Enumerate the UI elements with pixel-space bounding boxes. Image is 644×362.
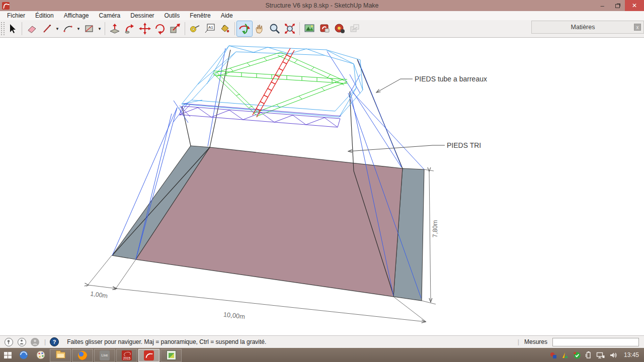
toolbar-separator — [105, 22, 105, 35]
rectangle-tool-dropdown[interactable]: ▼ — [97, 27, 103, 31]
taskbar-app-solidworks[interactable]: 2015 — [116, 349, 137, 362]
menu-affichage[interactable]: Affichage — [59, 11, 94, 20]
get-models-button[interactable] — [302, 21, 317, 36]
orbit-tool-button[interactable] — [237, 21, 252, 36]
toolbar-separator — [185, 22, 185, 35]
pan-tool-button[interactable] — [252, 21, 267, 36]
text-tool-button[interactable]: A1 — [202, 21, 217, 36]
tape-measure-tool-button[interactable] — [187, 21, 202, 36]
send-to-layout-button[interactable] — [347, 21, 362, 36]
credits-icon[interactable] — [18, 338, 26, 346]
layout-icon — [348, 22, 361, 35]
materials-panel-title: Matières — [532, 24, 634, 31]
solidworks-icon: 2015 — [122, 350, 132, 360]
extension-warehouse-icon — [333, 22, 346, 35]
eraser-tool-button[interactable] — [24, 21, 39, 36]
tape-measure-icon — [188, 22, 201, 35]
start-button[interactable] — [0, 348, 15, 362]
line-tool-button[interactable] — [39, 21, 54, 36]
eraser-icon — [26, 23, 38, 35]
annotation-pieds-tri: PIEDS TRI — [447, 141, 481, 149]
3d-viewport[interactable]: 7,80m 1,00m 10,00m PIEDS tube a barreaux… — [0, 38, 644, 335]
menu-fenetre[interactable]: Fenêtre — [185, 11, 215, 20]
measurements-input[interactable] — [552, 338, 639, 346]
pencil-icon — [41, 23, 53, 35]
dim-width-label: 10,00m — [223, 311, 246, 320]
followme-icon — [123, 22, 136, 35]
followme-tool-button[interactable] — [122, 21, 137, 36]
taskbar-clock[interactable]: 13:45 — [624, 351, 639, 358]
menu-bar: Fichier Édition Affichage Caméra Dessine… — [0, 11, 644, 20]
blue-swirl-icon — [19, 350, 28, 359]
materials-close-button[interactable]: x — [634, 24, 641, 31]
tray-app-icon[interactable] — [550, 351, 557, 359]
minimize-button[interactable]: – — [595, 0, 610, 11]
zoom-tool-button[interactable] — [267, 21, 282, 36]
cyan-ring-truss — [179, 46, 363, 117]
pushpull-icon — [108, 22, 121, 35]
rectangle-icon — [83, 23, 95, 35]
geolocation-icon[interactable] — [5, 338, 13, 346]
firefox-icon — [78, 351, 87, 360]
text-icon: A1 — [203, 22, 216, 35]
taskbar-app-green[interactable] — [160, 349, 182, 362]
folder-icon — [56, 352, 65, 358]
move-tool-button[interactable] — [137, 21, 152, 36]
rectangle-tool-button[interactable] — [82, 21, 97, 36]
status-bar: | ? Faites glisser pour naviguer. Maj = … — [0, 335, 644, 348]
menu-camera[interactable]: Caméra — [94, 11, 126, 20]
close-button[interactable]: ✕ — [625, 0, 644, 11]
share-model-button[interactable] — [317, 21, 332, 36]
menu-edition[interactable]: Édition — [30, 11, 59, 20]
scale-tool-button[interactable] — [168, 21, 183, 36]
status-separator: | — [44, 338, 46, 345]
restore-icon — [615, 4, 620, 8]
taskbar-app-explorer[interactable] — [50, 349, 71, 362]
taskbar-app-blue[interactable] — [15, 348, 32, 362]
window-title: Structure V6 skp 8.skp - SketchUp Make — [0, 2, 644, 9]
sign-in-avatar-icon[interactable] — [31, 338, 39, 346]
sketchup-taskbar-icon — [144, 350, 154, 360]
taskbar-app-sketchup[interactable] — [138, 349, 159, 362]
select-tool-button[interactable] — [5, 21, 20, 36]
dim-height-label: 7,80m — [432, 220, 439, 238]
help-icon[interactable]: ? — [50, 337, 59, 346]
pushpull-tool-button[interactable] — [107, 21, 122, 36]
usb-device-icon[interactable] — [585, 351, 592, 359]
paint-bucket-icon — [218, 22, 231, 35]
network-icon[interactable] — [596, 351, 605, 359]
line-tool-dropdown[interactable]: ▼ — [54, 27, 60, 31]
warehouse-icon — [303, 22, 316, 35]
volume-icon[interactable] — [609, 351, 617, 359]
antivirus-icon[interactable] — [573, 351, 581, 359]
arc-tool-dropdown[interactable]: ▼ — [75, 27, 82, 31]
toolbar-grip[interactable] — [1, 22, 5, 35]
toolbar-separator — [299, 22, 300, 35]
scale-icon — [169, 22, 182, 35]
taskbar-app-firefox[interactable] — [72, 349, 93, 362]
menu-fichier[interactable]: Fichier — [2, 11, 30, 20]
zoom-extents-button[interactable] — [282, 21, 297, 36]
title-bar: Structure V6 skp 8.skp - SketchUp Make –… — [0, 0, 644, 11]
paint-bucket-tool-button[interactable] — [217, 21, 232, 36]
green-trusses — [213, 52, 347, 116]
restore-button[interactable] — [610, 0, 625, 11]
menu-aide[interactable]: Aide — [216, 11, 238, 20]
menu-dessiner[interactable]: Dessiner — [125, 11, 159, 20]
arc-icon — [62, 23, 74, 35]
windows-logo-icon — [4, 352, 12, 358]
status-hint: Faites glisser pour naviguer. Maj = pano… — [67, 338, 266, 345]
zoom-extents-icon — [283, 22, 296, 35]
zoom-icon — [268, 22, 281, 35]
arc-tool-button[interactable] — [60, 21, 75, 36]
taskbar-app-palette[interactable] — [32, 348, 49, 362]
materials-panel: Matières x — [531, 21, 644, 34]
menu-outils[interactable]: Outils — [159, 11, 185, 20]
extension-warehouse-button[interactable] — [332, 21, 347, 36]
system-tray: 13:45 — [550, 351, 644, 359]
google-drive-icon[interactable] — [561, 351, 569, 359]
rotate-tool-button[interactable] — [152, 21, 168, 36]
taskbar-app-live[interactable]: Live — [94, 349, 115, 362]
toolbar-separator — [22, 22, 22, 35]
rotate-icon — [153, 22, 167, 35]
